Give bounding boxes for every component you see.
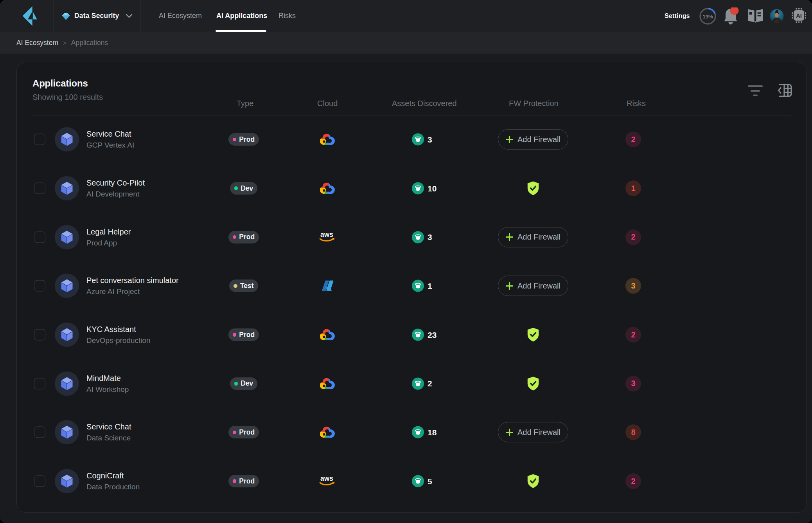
svg-text:19%: 19% xyxy=(702,14,713,20)
svg-text:AI: AI xyxy=(796,13,802,19)
